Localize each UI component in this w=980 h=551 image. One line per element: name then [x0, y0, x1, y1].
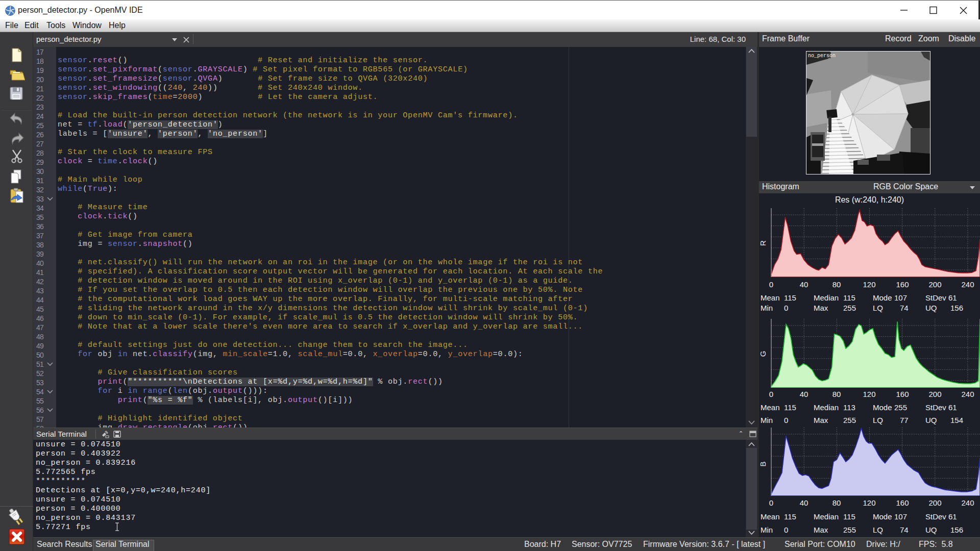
- svg-text:no_person: no_person: [808, 53, 836, 59]
